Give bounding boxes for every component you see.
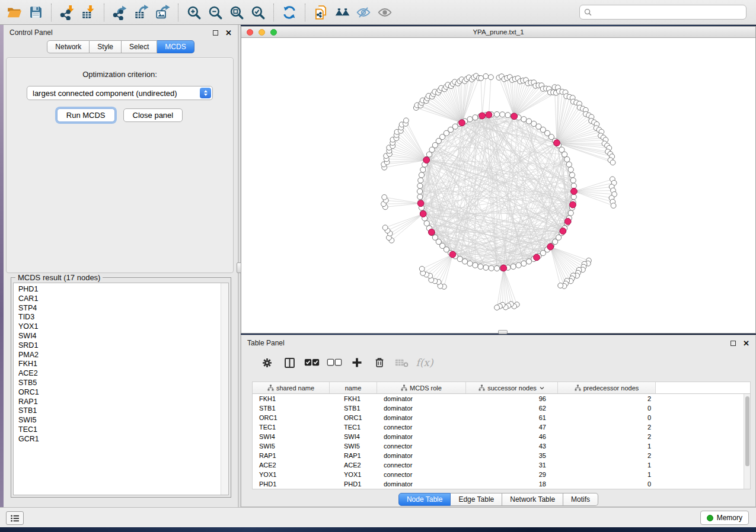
cell-name[interactable]: RAP1 (330, 451, 377, 460)
ring-node[interactable] (467, 261, 473, 266)
dominator-node[interactable] (547, 243, 554, 250)
cell-predecessor-nodes[interactable]: 0 (558, 413, 656, 422)
cell-mcds-role[interactable]: connector (377, 441, 466, 451)
column-header-mcds-role[interactable]: MCDS role (377, 382, 466, 393)
cell-shared-name[interactable]: TEC1 (253, 422, 330, 432)
delete-column-trash-icon[interactable] (368, 355, 391, 370)
export-table-icon[interactable] (130, 2, 152, 23)
export-image-icon[interactable] (152, 2, 173, 23)
deselect-all-icon[interactable] (323, 355, 346, 370)
ring-node[interactable] (418, 178, 423, 183)
network-graph[interactable] (241, 38, 755, 333)
ring-node[interactable] (483, 265, 489, 270)
close-panel-icon[interactable]: ✕ (225, 30, 232, 36)
satellite-node[interactable] (495, 305, 500, 310)
cell-predecessor-nodes[interactable]: 2 (558, 394, 656, 403)
cell-successor-nodes[interactable]: 47 (466, 422, 558, 432)
cell-name[interactable]: SWI5 (330, 441, 377, 451)
mcds-result-item[interactable]: SWI4 (18, 332, 228, 341)
table-row[interactable]: TEC1TEC1connector472 (253, 422, 744, 432)
ring-node[interactable] (505, 113, 511, 118)
mcds-result-item[interactable]: PMA2 (18, 351, 228, 360)
table-settings-gear-icon[interactable] (256, 355, 278, 370)
network-window-titlebar[interactable]: YPA_prune.txt_1 (241, 27, 755, 38)
cell-successor-nodes[interactable]: 29 (466, 470, 558, 479)
ring-node[interactable] (511, 264, 516, 269)
column-header-shared-name[interactable]: shared name (253, 382, 330, 393)
cell-name[interactable]: PHD1 (330, 479, 377, 489)
table-row[interactable]: SWI4SWI4dominator462 (253, 432, 744, 441)
tab-edge-table[interactable]: Edge Table (451, 493, 502, 506)
export-network-icon[interactable] (109, 2, 130, 23)
ring-node[interactable] (494, 111, 499, 117)
satellite-node[interactable] (611, 203, 616, 209)
cell-successor-nodes[interactable]: 35 (466, 451, 558, 460)
satellite-node[interactable] (610, 160, 615, 165)
cell-successor-nodes[interactable]: 18 (466, 479, 558, 489)
memory-button[interactable]: Memory (700, 511, 749, 525)
cell-mcds-role[interactable]: dominator (377, 451, 466, 460)
ring-node[interactable] (568, 167, 573, 172)
ring-node[interactable] (570, 178, 576, 183)
ring-node[interactable] (489, 265, 494, 271)
cell-predecessor-nodes[interactable]: 1 (558, 441, 656, 451)
ring-node[interactable] (500, 112, 505, 117)
dominator-node[interactable] (486, 111, 492, 118)
table-scrollbar-thumb[interactable] (745, 396, 749, 466)
table-row[interactable]: ORC1ORC1dominator610 (253, 413, 744, 422)
cell-predecessor-nodes[interactable]: 2 (558, 422, 656, 432)
tab-network-table[interactable]: Network Table (502, 493, 563, 506)
search-field[interactable] (579, 5, 747, 20)
ring-node[interactable] (521, 117, 527, 122)
cell-shared-name[interactable]: RAP1 (253, 451, 330, 460)
table-row[interactable]: STB1STB1dominator620 (253, 403, 744, 413)
mcds-result-item[interactable]: STP4 (18, 304, 228, 313)
ring-node[interactable] (521, 261, 527, 266)
cell-predecessor-nodes[interactable]: 2 (558, 451, 656, 460)
cell-successor-nodes[interactable]: 46 (466, 432, 558, 441)
mcds-result-item[interactable]: GCR1 (18, 435, 228, 444)
cell-successor-nodes[interactable]: 31 (466, 460, 558, 470)
cell-successor-nodes[interactable]: 61 (466, 413, 558, 422)
cell-shared-name[interactable]: SWI5 (253, 441, 330, 451)
cell-name[interactable]: ORC1 (330, 413, 377, 422)
mcds-result-item[interactable]: SRD1 (18, 341, 228, 351)
copy-network-icon[interactable] (310, 2, 331, 23)
cell-name[interactable]: YOX1 (330, 470, 377, 479)
satellite-node[interactable] (419, 266, 425, 271)
ring-node[interactable] (417, 188, 422, 194)
cell-predecessor-nodes[interactable]: 1 (558, 470, 656, 479)
dominator-node[interactable] (449, 251, 456, 258)
satellite-node[interactable] (382, 195, 387, 200)
cell-shared-name[interactable]: ORC1 (253, 413, 330, 422)
ring-node[interactable] (562, 152, 567, 157)
cell-mcds-role[interactable]: connector (377, 422, 466, 432)
cell-predecessor-nodes[interactable]: 1 (558, 460, 656, 470)
cell-name[interactable]: SWI4 (330, 432, 377, 441)
column-header-predecessor-nodes[interactable]: predecessor nodes (558, 382, 656, 393)
satellite-node[interactable] (483, 73, 489, 79)
dominator-node[interactable] (479, 113, 486, 119)
column-format-icon[interactable] (278, 355, 301, 370)
open-folder-icon[interactable] (4, 2, 25, 23)
ring-node[interactable] (462, 259, 467, 264)
ring-node[interactable] (526, 118, 531, 124)
cell-shared-name[interactable]: YOX1 (253, 470, 330, 479)
table-row[interactable]: ACE2ACE2connector311 (253, 460, 744, 470)
close-panel-button[interactable]: Close panel (123, 108, 183, 122)
tab-motifs[interactable]: Motifs (563, 493, 598, 506)
dominator-node[interactable] (570, 201, 576, 208)
dominator-node[interactable] (554, 140, 560, 146)
cell-mcds-role[interactable]: dominator (377, 432, 466, 441)
zoom-in-icon[interactable] (183, 2, 205, 23)
table-scrollbar[interactable] (744, 394, 750, 489)
cell-mcds-role[interactable]: connector (377, 470, 466, 479)
cell-predecessor-nodes[interactable]: 2 (558, 432, 656, 441)
dominator-node[interactable] (560, 228, 566, 235)
ring-node[interactable] (571, 183, 576, 188)
cell-mcds-role[interactable]: dominator (377, 479, 466, 489)
horizontal-splitter-handle[interactable] (498, 330, 508, 334)
tab-network[interactable]: Network (47, 40, 90, 53)
cell-name[interactable]: STB1 (330, 403, 377, 413)
cell-mcds-role[interactable]: connector (377, 460, 466, 470)
